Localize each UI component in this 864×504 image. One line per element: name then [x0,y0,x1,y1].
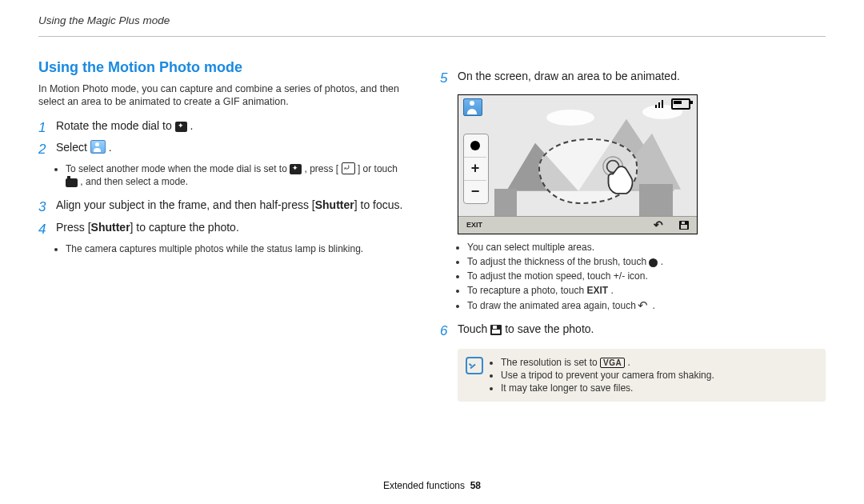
section-intro: In Motion Photo mode, you can capture an… [38,82,408,109]
step-5-tips: You can select multiple areas. To adjust… [458,241,826,312]
step-6: 6 Touch to save the photo. [440,322,826,341]
note-box: The resolution is set to VGA . Use a tri… [458,349,826,402]
signal-icon [655,100,666,108]
header-rule [38,36,826,37]
footer: Extended functions 58 [38,480,826,496]
section-title: Using the Motion Photo mode [38,59,408,76]
brush-sidebar: + − [463,134,489,204]
save-icon [490,325,502,335]
save-icon [679,221,689,230]
camera-screen-illustration: + − EXIT ↶ [458,94,698,234]
step-number: 5 [440,69,458,88]
step-2-tip: To select another mode when the mode dia… [56,162,408,188]
step-1: 1 Rotate the mode dial to . [38,118,408,138]
vga-badge: VGA [600,358,625,368]
mode-dial-star-icon [290,164,302,174]
mode-indicator-icon [463,98,482,116]
undo-icon [638,302,650,311]
step-3: 3 Align your subject in the frame, and t… [38,198,408,217]
step-number: 6 [440,322,458,341]
step-number: 4 [38,220,56,239]
step-4-tip: The camera captures multiple photos whil… [56,242,408,255]
note-icon [466,357,483,374]
mode-dial-star-icon [175,122,187,132]
camera-icon [66,178,78,187]
exit-label: EXIT [466,221,482,229]
speed-plus-icon: + [464,158,486,181]
step-4: 4 Press [Shutter] to capture the photo. [38,220,408,239]
step-number: 3 [38,198,56,217]
battery-icon [671,98,690,110]
step-2: 2 Select . [38,140,408,159]
right-column: 5 On the screen, draw an area to be anim… [432,59,826,480]
brush-size-icon [464,134,486,158]
finger-touch-icon [602,156,650,204]
breadcrumb: Using the Magic Plus mode [38,14,826,26]
left-column: Using the Motion Photo mode In Motion Ph… [38,59,432,480]
brush-dot-icon [649,258,658,267]
undo-icon: ↶ [654,218,663,231]
screen-bottom-bar: EXIT ↶ [458,216,697,234]
speed-minus-icon: − [464,181,486,203]
step-number: 1 [38,118,56,138]
step-5: 5 On the screen, draw an area to be anim… [440,69,826,88]
step-number: 2 [38,140,56,159]
back-button-icon [342,162,355,174]
motion-photo-mode-icon [90,140,106,154]
